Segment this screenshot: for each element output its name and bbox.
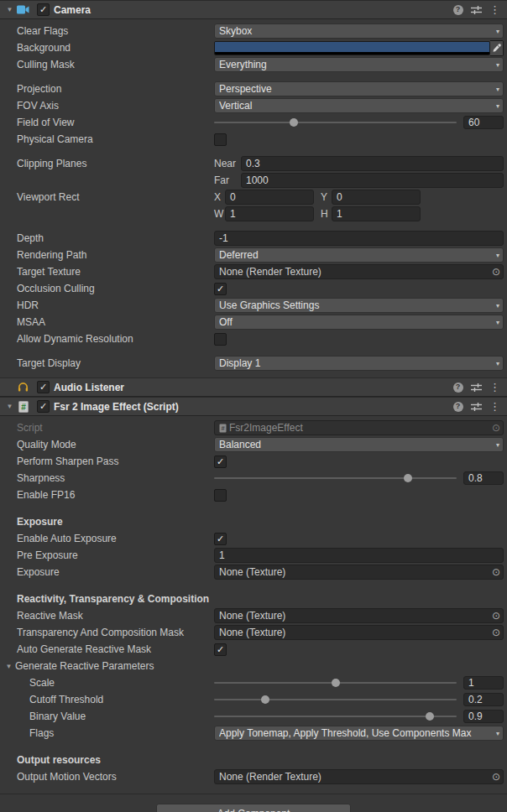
foldout-arrow-icon[interactable]: ▼ <box>0 663 15 670</box>
rendering-path-row: Rendering Path Deferred▾ <box>0 247 507 263</box>
script-icon: # <box>16 400 30 414</box>
exposure-object-field[interactable]: None (Texture)⊙ <box>214 565 504 580</box>
quality-mode-dropdown[interactable]: Balanced▾ <box>214 437 504 452</box>
kebab-menu-icon: ⋮ <box>489 382 500 393</box>
reactive-mask-object-field[interactable]: None (Texture)⊙ <box>214 608 504 623</box>
help-icon: ? <box>453 5 463 15</box>
cutoff-threshold-label: Cutoff Threshold <box>0 694 214 705</box>
script-object-field[interactable]: # Fsr2ImageEffect ⊙ <box>214 420 504 435</box>
slider-handle[interactable] <box>404 474 412 482</box>
msaa-dropdown[interactable]: Off▾ <box>214 315 504 330</box>
add-component-button[interactable]: Add Component <box>156 804 351 812</box>
foldout-arrow-icon[interactable]: ▼ <box>3 403 16 410</box>
help-button[interactable]: ? <box>451 3 465 17</box>
field-of-view-slider[interactable] <box>214 116 457 129</box>
enable-fp16-checkbox[interactable] <box>214 489 227 502</box>
more-options-button[interactable]: ⋮ <box>488 3 502 17</box>
auto-generate-reactive-mask-checkbox[interactable]: ✓ <box>214 643 227 656</box>
clipping-planes-label: Clipping Planes <box>0 158 214 169</box>
presets-button[interactable] <box>469 400 483 414</box>
hdr-dropdown[interactable]: Use Graphics Settings▾ <box>214 298 504 313</box>
target-display-row: Target Display Display 1▾ <box>0 355 507 372</box>
slider-handle[interactable] <box>426 712 434 721</box>
target-texture-label: Target Texture <box>0 266 214 278</box>
reactivity-section-title: Reactivity, Transparency & Composition <box>0 593 209 605</box>
camera-enabled-checkbox[interactable]: ✓ <box>37 3 50 16</box>
audio-listener-enabled-checkbox[interactable]: ✓ <box>37 381 50 393</box>
slider-handle[interactable] <box>290 118 298 127</box>
clear-flags-dropdown[interactable]: Skybox▾ <box>214 23 504 39</box>
help-button[interactable]: ? <box>451 400 465 414</box>
physical-camera-checkbox[interactable] <box>214 133 227 146</box>
enable-auto-exposure-checkbox[interactable]: ✓ <box>214 533 227 545</box>
field-of-view-value[interactable]: 60 <box>463 116 504 129</box>
projection-label: Projection <box>0 83 214 95</box>
scale-value[interactable]: 1 <box>463 676 504 690</box>
audio-listener-component-header[interactable]: ✓ Audio Listener ? ⋮ <box>0 377 507 397</box>
scale-slider[interactable] <box>214 676 457 690</box>
slider-handle[interactable] <box>261 695 269 704</box>
presets-icon <box>471 5 482 15</box>
viewport-h-input[interactable]: 1 <box>332 206 421 221</box>
slider-handle[interactable] <box>332 679 340 687</box>
depth-input[interactable]: -1 <box>214 231 504 246</box>
sharpness-value[interactable]: 0.8 <box>463 471 504 485</box>
target-texture-object-field[interactable]: None (Render Texture)⊙ <box>214 264 504 279</box>
presets-button[interactable] <box>469 3 483 17</box>
flags-dropdown[interactable]: Apply Tonemap, Apply Threshold, Use Comp… <box>214 726 504 741</box>
kebab-menu-icon: ⋮ <box>489 401 500 412</box>
sharpness-slider[interactable] <box>214 471 457 485</box>
transparency-mask-object-field[interactable]: None (Texture)⊙ <box>214 625 504 640</box>
exposure-section-header: Exposure <box>0 513 507 530</box>
viewport-y-input[interactable]: 0 <box>332 190 421 205</box>
chevron-down-icon: ▾ <box>496 102 499 110</box>
object-picker-icon[interactable]: ⊙ <box>489 567 503 577</box>
near-input[interactable]: 0.3 <box>241 156 504 171</box>
target-display-dropdown[interactable]: Display 1▾ <box>214 356 504 371</box>
more-options-button[interactable]: ⋮ <box>488 400 502 414</box>
object-picker-icon[interactable]: ⊙ <box>489 267 503 277</box>
audio-listener-component-title: Audio Listener <box>54 382 124 393</box>
foldout-arrow-icon[interactable]: ▼ <box>3 6 16 13</box>
reactive-mask-row: Reactive Mask None (Texture)⊙ <box>0 607 507 624</box>
binary-value-value[interactable]: 0.9 <box>463 710 504 723</box>
reactivity-section-header: Reactivity, Transparency & Composition <box>0 591 507 607</box>
script-file-icon: # <box>219 424 227 433</box>
cutoff-threshold-value[interactable]: 0.2 <box>463 693 504 706</box>
flags-label: Flags <box>0 727 214 739</box>
background-color-swatch[interactable] <box>214 41 490 55</box>
allow-dynamic-resolution-checkbox[interactable] <box>214 333 227 346</box>
far-input[interactable]: 1000 <box>241 173 504 188</box>
auto-generate-reactive-mask-label: Auto Generate Reactive Mask <box>0 643 214 655</box>
pre-exposure-input[interactable]: 1 <box>214 548 504 563</box>
fsr2-enabled-checkbox[interactable]: ✓ <box>37 400 50 413</box>
camera-component-header[interactable]: ▼ ✓ Camera ? ⋮ <box>0 0 507 19</box>
fsr2-component-header[interactable]: ▼ # ✓ Fsr 2 Image Effect (Script) ? ⋮ <box>0 397 507 416</box>
help-button[interactable]: ? <box>451 381 465 394</box>
depth-row: Depth -1 <box>0 230 507 247</box>
object-picker-icon[interactable]: ⊙ <box>489 611 503 621</box>
rendering-path-label: Rendering Path <box>0 249 214 261</box>
object-picker-icon[interactable]: ⊙ <box>489 772 503 782</box>
cutoff-threshold-slider[interactable] <box>214 693 457 706</box>
cutoff-threshold-row: Cutoff Threshold 0.2 <box>0 691 507 708</box>
viewport-w-input[interactable]: 1 <box>225 206 314 221</box>
rendering-path-dropdown[interactable]: Deferred▾ <box>214 247 504 263</box>
perform-sharpen-pass-checkbox[interactable]: ✓ <box>214 455 227 468</box>
more-options-button[interactable]: ⋮ <box>488 381 502 394</box>
fov-axis-dropdown[interactable]: Vertical▾ <box>214 98 504 113</box>
presets-button[interactable] <box>469 381 483 394</box>
binary-value-label: Binary Value <box>0 710 214 722</box>
binary-value-row: Binary Value 0.9 <box>0 708 507 725</box>
projection-dropdown[interactable]: Perspective▾ <box>214 81 504 96</box>
output-motion-vectors-object-field[interactable]: None (Render Texture)⊙ <box>214 769 504 784</box>
object-picker-icon[interactable]: ⊙ <box>489 423 503 433</box>
viewport-x-input[interactable]: 0 <box>225 190 314 205</box>
culling-mask-dropdown[interactable]: Everything▾ <box>214 57 504 72</box>
binary-value-slider[interactable] <box>214 710 457 723</box>
presets-icon <box>471 383 482 393</box>
eyedropper-button[interactable] <box>490 40 504 56</box>
hdr-label: HDR <box>0 299 214 311</box>
object-picker-icon[interactable]: ⊙ <box>489 627 503 638</box>
occlusion-culling-checkbox[interactable]: ✓ <box>214 283 227 295</box>
